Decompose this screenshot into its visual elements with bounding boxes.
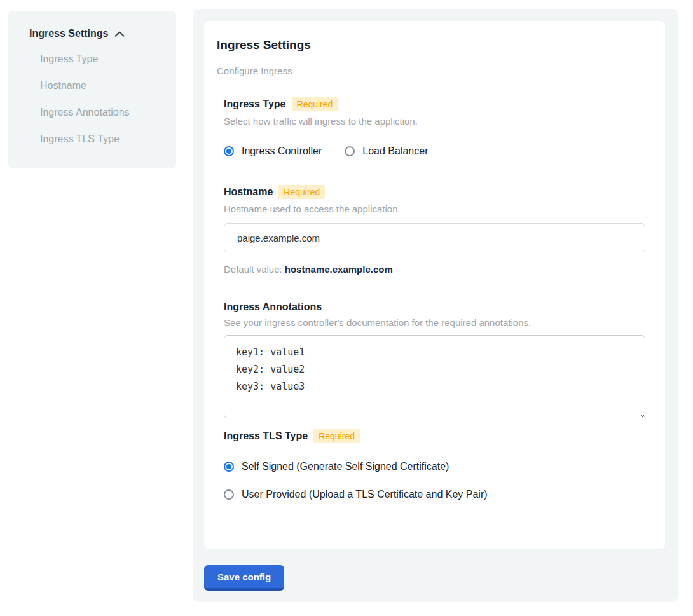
radio-label: Load Balancer bbox=[362, 146, 428, 157]
radio-label: User Provided (Upload a TLS Certificate … bbox=[242, 489, 488, 500]
radio-self-signed[interactable]: Self Signed (Generate Self Signed Certif… bbox=[224, 461, 645, 472]
field-ingress-annotations: Ingress Annotations See your ingress con… bbox=[224, 301, 645, 418]
ingress-settings-card: Ingress Settings Configure Ingress Ingre… bbox=[204, 21, 665, 549]
radio-unselected-icon bbox=[224, 489, 234, 500]
annotations-textarea[interactable]: key1: value1 key2: value2 key3: value3 bbox=[224, 335, 645, 418]
hostname-help: Hostname used to access the application. bbox=[224, 203, 645, 214]
hostname-default-line: Default value:hostname.example.com bbox=[224, 264, 645, 275]
required-badge: Required bbox=[292, 97, 338, 111]
default-value-text: hostname.example.com bbox=[285, 264, 393, 275]
sidebar-item-ingress-annotations[interactable]: Ingress Annotations bbox=[40, 99, 166, 126]
annotations-help: See your ingress controller's documentat… bbox=[224, 317, 645, 328]
ingress-type-label: Ingress Type bbox=[224, 99, 286, 110]
radio-ingress-controller[interactable]: Ingress Controller bbox=[224, 146, 322, 157]
sidebar-section-toggle[interactable]: Ingress Settings bbox=[29, 27, 166, 40]
required-badge: Required bbox=[278, 185, 325, 199]
tls-label-row: Ingress TLS Type Required bbox=[224, 429, 645, 443]
sidebar-item-ingress-tls-type[interactable]: Ingress TLS Type bbox=[40, 126, 166, 153]
radio-selected-icon bbox=[224, 146, 234, 156]
hostname-input[interactable] bbox=[224, 223, 645, 252]
annotations-label: Ingress Annotations bbox=[224, 301, 322, 313]
sidebar-section-title: Ingress Settings bbox=[29, 27, 108, 40]
radio-unselected-icon bbox=[345, 146, 355, 156]
tls-type-options: Self Signed (Generate Self Signed Certif… bbox=[224, 461, 645, 500]
sidebar-item-ingress-type[interactable]: Ingress Type bbox=[40, 46, 166, 72]
radio-selected-icon bbox=[224, 462, 234, 472]
page-subtitle: Configure Ingress bbox=[217, 65, 652, 76]
sidebar-item-list: Ingress Type Hostname Ingress Annotation… bbox=[40, 46, 166, 153]
field-ingress-tls-type: Ingress TLS Type Required Self Signed (G… bbox=[224, 429, 645, 500]
sidebar-item-hostname[interactable]: Hostname bbox=[40, 72, 166, 99]
ingress-type-help: Select how traffic will ingress to the a… bbox=[224, 116, 645, 127]
field-hostname: Hostname Required Hostname used to acces… bbox=[224, 185, 645, 275]
tls-type-label: Ingress TLS Type bbox=[224, 430, 308, 442]
radio-label: Self Signed (Generate Self Signed Certif… bbox=[242, 461, 449, 472]
annotations-label-row: Ingress Annotations bbox=[224, 301, 645, 313]
radio-load-balancer[interactable]: Load Balancer bbox=[345, 146, 428, 157]
settings-panel: Ingress Settings Configure Ingress Ingre… bbox=[193, 9, 678, 602]
ingress-type-options: Ingress Controller Load Balancer bbox=[224, 146, 645, 157]
required-badge: Required bbox=[313, 429, 360, 443]
save-config-button[interactable]: Save config bbox=[204, 565, 284, 591]
radio-user-provided[interactable]: User Provided (Upload a TLS Certificate … bbox=[224, 489, 645, 500]
settings-sidebar: Ingress Settings Ingress Type Hostname I… bbox=[8, 11, 176, 168]
field-ingress-type: Ingress Type Required Select how traffic… bbox=[224, 97, 645, 157]
form-fields: Ingress Type Required Select how traffic… bbox=[224, 97, 645, 500]
hostname-label: Hostname bbox=[224, 186, 273, 198]
ingress-type-label-row: Ingress Type Required bbox=[224, 97, 645, 111]
chevron-up-icon bbox=[114, 31, 125, 37]
radio-label: Ingress Controller bbox=[242, 146, 322, 157]
page-title: Ingress Settings bbox=[217, 38, 652, 52]
hostname-label-row: Hostname Required bbox=[224, 185, 645, 199]
default-value-prefix: Default value: bbox=[224, 264, 282, 275]
